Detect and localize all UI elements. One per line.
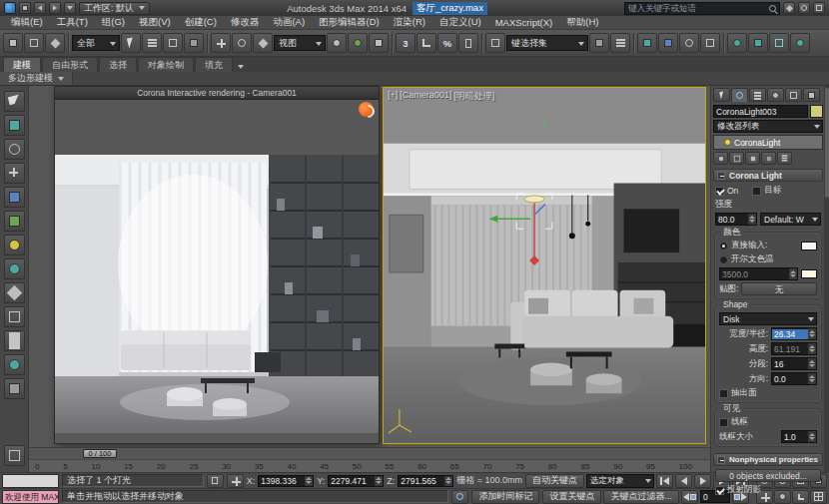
maxscript-macro-lane[interactable]: 欢迎使用 MAXScript (2, 490, 59, 504)
communication-center-icon[interactable] (798, 2, 810, 14)
viewport-menu-camera[interactable]: [Camera001] (400, 90, 451, 103)
motion-tab-icon[interactable] (767, 88, 784, 102)
edit-named-selection-sets-icon[interactable] (485, 33, 505, 53)
spinner-snap-icon[interactable] (458, 33, 478, 53)
pan-tool-icon[interactable] (4, 163, 25, 184)
configure-modifier-sets-icon[interactable] (777, 152, 792, 165)
object-name-field[interactable]: CoronaLight003 (713, 105, 808, 118)
maxscript-listener-lane[interactable] (2, 474, 59, 488)
light-tool-icon[interactable] (4, 235, 25, 255)
z-coordinate-field[interactable]: 2791.565 (398, 475, 453, 487)
menu-item[interactable]: 自定义(U) (432, 16, 488, 29)
width-radius-field[interactable]: 26.34 (771, 327, 817, 340)
search-icon[interactable] (769, 5, 776, 12)
undo-history-icon[interactable] (64, 2, 76, 14)
select-and-rotate-icon[interactable] (232, 33, 252, 53)
time-slider-handle[interactable]: 0 / 100 (83, 449, 117, 458)
curve-editor-icon[interactable] (679, 33, 699, 53)
mirror-icon[interactable] (589, 33, 609, 53)
set-key-button[interactable]: 设置关键点 (542, 490, 601, 504)
segments-field[interactable]: 16 (771, 357, 817, 370)
emit-checkbox[interactable] (719, 389, 728, 398)
undo-icon[interactable] (34, 2, 46, 14)
link-tool-icon[interactable] (4, 115, 25, 136)
window-crossing-icon[interactable] (184, 33, 204, 53)
on-checkbox[interactable] (715, 187, 724, 196)
menu-item[interactable]: 工具(T) (50, 16, 95, 29)
kelvin-field[interactable]: 3500.0 (719, 267, 798, 280)
menu-item[interactable]: 动画(A) (266, 16, 312, 29)
spinner-icon[interactable] (789, 268, 797, 279)
search-input[interactable] (628, 3, 766, 13)
isolate-toggle-icon[interactable] (4, 445, 25, 466)
x-coordinate-field[interactable]: 1398.336 (258, 475, 314, 487)
select-by-name-icon[interactable] (142, 33, 162, 53)
snap-toggle-3d-icon[interactable]: 3 (396, 33, 415, 53)
spinner-icon[interactable] (808, 431, 816, 442)
map-button[interactable]: 无 (741, 282, 817, 295)
panel-scrollbar[interactable] (824, 86, 829, 472)
app-logo-icon[interactable] (4, 2, 16, 14)
track-bar[interactable]: 0510152025303540455055606570758085909510… (29, 459, 710, 472)
zoom-tool-icon[interactable] (4, 139, 25, 160)
spinner-icon[interactable] (808, 373, 816, 384)
selection-lock-icon[interactable] (207, 474, 224, 488)
settings-tool-icon[interactable] (4, 378, 25, 399)
select-and-move-icon[interactable] (211, 33, 231, 53)
bind-to-space-warp-icon[interactable] (45, 33, 65, 53)
modify-tab-icon[interactable] (731, 88, 748, 102)
direct-input-radio[interactable] (719, 242, 728, 251)
spinner-icon[interactable] (375, 476, 383, 486)
spinner-icon[interactable] (444, 476, 452, 486)
intensity-field[interactable]: 80.0 (715, 213, 757, 226)
menu-item[interactable]: 编辑(E) (4, 16, 50, 29)
select-object-icon[interactable] (121, 33, 141, 53)
align-icon[interactable] (610, 33, 630, 53)
y-coordinate-field[interactable]: 2279.471 (328, 475, 384, 487)
menu-item[interactable]: 视图(V) (132, 16, 178, 29)
tab-populate[interactable]: 填充 (195, 57, 233, 72)
save-icon[interactable] (19, 2, 31, 14)
select-tool-icon[interactable] (4, 91, 25, 112)
show-end-result-icon[interactable] (729, 152, 744, 165)
select-and-scale-icon[interactable] (253, 33, 273, 53)
graphite-ribbon-toggle-icon[interactable] (658, 33, 678, 53)
selected-mode-dropdown[interactable]: 选定对象 (586, 474, 654, 488)
scrollbar-thumb[interactable] (825, 88, 829, 198)
kelvin-radio[interactable] (719, 255, 728, 264)
go-to-start-button[interactable] (656, 474, 673, 488)
unlink-selection-icon[interactable] (24, 33, 44, 53)
menu-item[interactable]: MAXScript(X) (488, 16, 560, 29)
wireframe-checkbox[interactable] (719, 418, 728, 427)
height-field[interactable]: 61.191 (771, 342, 817, 355)
corona-render-window[interactable]: Corona Interactive rendering - Camera001 (54, 86, 380, 444)
use-pivot-center-icon[interactable] (327, 33, 347, 53)
material-tool-icon[interactable] (4, 258, 25, 279)
layer-manager-icon[interactable] (637, 33, 657, 53)
selection-filter-dropdown[interactable]: 全部 (72, 35, 120, 51)
exclude-button[interactable]: 0 objects excluded... (715, 469, 821, 482)
help-icon[interactable] (813, 2, 825, 14)
named-selection-sets-dropdown[interactable]: 键选择集 (506, 35, 588, 51)
camera-viewport[interactable]: z [+] [Camera001] [明暗处理] (383, 87, 706, 444)
previous-frame-button[interactable] (675, 474, 692, 488)
viewport-menu-shading[interactable]: [明暗处理] (453, 90, 494, 103)
menu-item[interactable]: 帮助(H) (559, 16, 605, 29)
menu-item[interactable]: 修改器 (224, 16, 267, 29)
viewport-menu-general[interactable]: [+] (388, 90, 398, 103)
shape-type-dropdown[interactable]: Disk (719, 312, 817, 325)
previous-key-button[interactable] (681, 490, 698, 504)
layers-tool-icon[interactable] (4, 330, 25, 351)
tab-freeform[interactable]: 自由形式 (42, 57, 98, 72)
shapes-tool-icon[interactable] (4, 282, 25, 303)
remove-modifier-icon[interactable] (761, 152, 776, 165)
light-color-swatch[interactable] (801, 242, 817, 251)
rendered-frame-window-icon[interactable] (769, 33, 789, 53)
utilities-tab-icon[interactable] (803, 88, 820, 102)
menu-item[interactable]: 图形编辑器(D) (312, 16, 387, 29)
tab-modeling[interactable]: 建模 (3, 57, 41, 72)
viewport-area[interactable]: Corona Interactive rendering - Camera001 (29, 86, 710, 447)
wire-size-field[interactable]: 1.0 (781, 430, 817, 443)
workspace-dropdown[interactable]: 工作区: 默认 (79, 2, 150, 15)
rollout-corona-light-header[interactable]: Corona Light (713, 169, 823, 182)
